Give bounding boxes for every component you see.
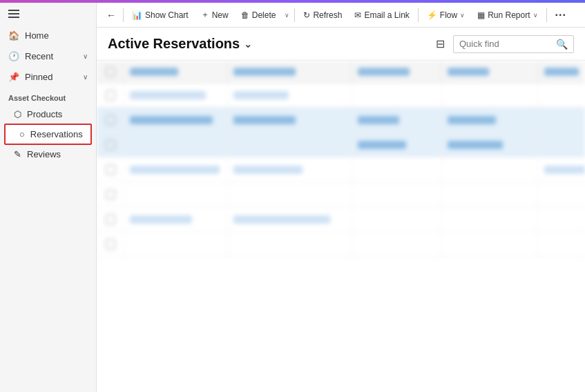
run-report-button[interactable]: ▦ Run Report ∨: [472, 8, 543, 22]
table-header-end: [442, 61, 539, 82]
show-chart-button[interactable]: 📊 Show Chart: [126, 8, 194, 22]
table-row[interactable]: [97, 157, 585, 182]
refresh-button[interactable]: ↻ Refresh: [298, 8, 347, 22]
sidebar-section-asset-checkout: Asset Checkout: [0, 87, 96, 105]
search-icon: 🔍: [556, 39, 568, 50]
table-cell: [539, 133, 585, 157]
view-title-dropdown-icon[interactable]: ⌄: [244, 39, 252, 50]
toolbar-divider-1: [123, 8, 124, 22]
sidebar-item-home[interactable]: 🏠 Home: [0, 25, 96, 46]
new-plus-icon: ＋: [201, 9, 209, 21]
table-area[interactable]: [97, 61, 585, 392]
hamburger-icon: [8, 10, 19, 18]
table-cell: [442, 133, 539, 157]
back-button[interactable]: ←: [102, 8, 120, 23]
sidebar-item-reservations-label: Reservations: [30, 129, 83, 139]
new-button[interactable]: ＋ New: [195, 7, 234, 23]
table-row[interactable]: [97, 182, 585, 207]
table-cell: [442, 157, 539, 182]
table-cell: [228, 182, 352, 206]
delete-dropdown-button[interactable]: ∨: [282, 10, 291, 21]
table-row[interactable]: [97, 133, 585, 157]
hamburger-button[interactable]: [0, 3, 96, 25]
table-cell: [228, 207, 352, 231]
row-checkbox: [97, 157, 124, 182]
table-cell: [124, 133, 228, 157]
email-link-button[interactable]: ✉ Email a Link: [349, 8, 414, 22]
sidebar-item-pinned[interactable]: 📌 Pinned ∨: [0, 66, 96, 87]
table-cell: [228, 83, 352, 107]
email-icon: ✉: [354, 10, 361, 20]
table-row[interactable]: [97, 108, 585, 133]
filter-button[interactable]: ⊟: [433, 35, 448, 53]
table-cell: [124, 182, 228, 206]
view-title: Active Reservations ⌄: [108, 36, 252, 52]
view-header-actions: ⊟ 🔍: [433, 35, 574, 53]
row-checkbox: [97, 182, 124, 206]
table-cell: [442, 108, 539, 132]
toolbar-divider-2: [294, 8, 295, 22]
toolbar-divider-3: [418, 8, 419, 22]
table-cell: [442, 83, 539, 107]
sidebar-item-reservations[interactable]: ○ Reservations: [6, 125, 90, 144]
table-row[interactable]: [97, 207, 585, 232]
search-box: 🔍: [453, 35, 574, 53]
table-cell: [442, 207, 539, 231]
search-button[interactable]: 🔍: [550, 36, 573, 52]
table-header-name: [124, 61, 228, 82]
run-report-dropdown-icon: ∨: [533, 12, 538, 19]
flow-button[interactable]: ⚡ Flow ∨: [421, 8, 470, 22]
recent-icon: 🕐: [8, 50, 19, 61]
filter-icon: ⊟: [436, 38, 445, 50]
table-cell: [352, 182, 442, 206]
sidebar-item-products[interactable]: ⬡ Products: [0, 105, 96, 124]
table-cell: [539, 83, 585, 107]
row-checkbox: [97, 133, 124, 157]
sidebar-item-home-label: Home: [25, 30, 49, 41]
table-header-start: [352, 61, 442, 82]
sidebar-item-reviews[interactable]: ✎ Reviews: [0, 145, 96, 164]
main-content: ← 📊 Show Chart ＋ New 🗑 Delete ∨ ↻ Refres…: [97, 3, 585, 392]
table-cell: [539, 182, 585, 206]
more-options-button[interactable]: ···: [550, 7, 572, 23]
delete-icon: 🗑: [241, 10, 249, 20]
sidebar-item-recent[interactable]: 🕐 Recent ∨: [0, 46, 96, 66]
refresh-label: Refresh: [313, 10, 342, 20]
pinned-chevron-icon: ∨: [83, 73, 88, 81]
table-row[interactable]: [97, 232, 585, 257]
table-cell: [352, 207, 442, 231]
table-row[interactable]: [97, 83, 585, 108]
table-header-customer: [228, 61, 352, 82]
view-title-text: Active Reservations: [108, 36, 240, 52]
table-cell: [124, 157, 228, 182]
table-cell: [352, 133, 442, 157]
sidebar: 🏠 Home 🕐 Recent ∨ 📌 Pinned ∨ Asset Check…: [0, 3, 97, 392]
view-header: Active Reservations ⌄ ⊟ 🔍: [97, 28, 585, 61]
flow-dropdown-icon: ∨: [460, 12, 465, 19]
table-cell: [352, 108, 442, 132]
table-cell: [442, 232, 539, 256]
table-cell: [124, 207, 228, 231]
sidebar-item-reviews-label: Reviews: [27, 149, 61, 159]
report-icon: ▦: [477, 10, 485, 20]
row-checkbox: [97, 83, 124, 107]
toolbar-divider-4: [546, 8, 547, 22]
delete-button[interactable]: 🗑 Delete: [236, 8, 282, 22]
table-cell: [124, 83, 228, 107]
new-label: New: [212, 10, 229, 20]
table-cell: [442, 182, 539, 206]
reservations-highlight-box: ○ Reservations: [4, 124, 92, 145]
table-cell: [124, 108, 228, 132]
search-input[interactable]: [454, 36, 550, 52]
table-cell: [352, 83, 442, 107]
table-cell: [352, 157, 442, 182]
products-icon: ⬡: [14, 109, 21, 119]
row-checkbox: [97, 207, 124, 231]
table-cell: [228, 133, 352, 157]
table-cell: [539, 207, 585, 231]
sidebar-item-recent-label: Recent: [25, 51, 53, 61]
table-cell: [228, 157, 352, 182]
pinned-icon: 📌: [8, 71, 19, 82]
table-cell: [228, 232, 352, 256]
run-report-label: Run Report: [488, 10, 530, 20]
